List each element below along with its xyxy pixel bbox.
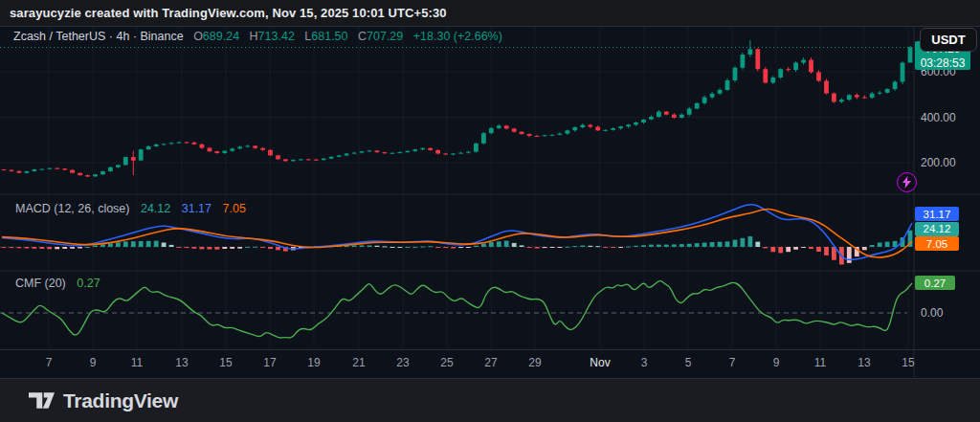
time-axis-label: 7	[715, 356, 749, 369]
macd-signal-tag: 7.05	[915, 236, 959, 251]
tradingview-logo-icon[interactable]	[29, 392, 55, 409]
macd-hist-value: 24.12	[141, 202, 170, 215]
time-axis-label: 23	[386, 356, 420, 369]
time-axis-label: 11	[120, 356, 154, 369]
macd-line-value: 31.17	[182, 202, 212, 215]
macd-legend[interactable]: MACD (12, 26, close) 24.12 31.17 7.05	[15, 202, 246, 215]
open-label: O	[193, 30, 203, 43]
open-value: 689.24	[203, 30, 239, 43]
cmf-legend[interactable]: CMF (20) 0.27	[15, 277, 100, 290]
close-value: 707.29	[367, 30, 403, 43]
macd-signal-value: 7.05	[223, 202, 246, 215]
cmf-zero-label: 0.00	[921, 306, 943, 320]
time-axis-label: 27	[474, 356, 508, 369]
time-axis-label: 21	[342, 356, 376, 369]
currency-toggle-button[interactable]: USDT	[920, 28, 977, 52]
time-axis-label: 15	[209, 356, 243, 369]
price-axis-label: 400.00	[921, 111, 956, 124]
time-axis-label: 25	[430, 356, 464, 369]
macd-hist-tag: 24.12	[915, 222, 959, 236]
tradingview-snapshot: sarayucyzie created with TradingView.com…	[0, 0, 980, 422]
cmf-value: 0.27	[77, 277, 100, 290]
footer-bar: TradingView	[0, 378, 980, 422]
time-axis-label: 29	[518, 356, 552, 369]
time-axis-label: 13	[165, 356, 199, 369]
cmf-line	[2, 281, 912, 338]
symbol-legend[interactable]: Zcash / TetherUS · 4h · Binance O689.24 …	[13, 30, 502, 43]
time-axis-label: 11	[803, 356, 837, 369]
time-axis-label: 7	[32, 356, 66, 369]
change-value: +18.30 (+2.66%)	[413, 30, 502, 43]
time-axis-label: 9	[76, 356, 110, 369]
cmf-value-tag: 0.27	[915, 276, 955, 290]
time-axis-label: 17	[253, 356, 287, 369]
macd-line-tag: 31.17	[915, 207, 959, 221]
cmf-title[interactable]: CMF (20)	[15, 277, 66, 290]
price-axis-label: 200.00	[921, 156, 956, 169]
time-axis[interactable]: 7911131517192123252729Nov3579111315	[0, 349, 980, 378]
high-value: 713.42	[258, 30, 295, 43]
high-label: H	[250, 30, 258, 43]
time-axis-label: Nov	[583, 356, 617, 369]
time-axis-label: 3	[627, 356, 661, 369]
macd-title[interactable]: MACD (12, 26, close)	[15, 202, 129, 215]
time-axis-label: 9	[759, 356, 793, 369]
time-axis-label: 5	[671, 356, 705, 369]
close-label: C	[358, 30, 367, 43]
lightning-bolt-glyph	[902, 176, 912, 189]
bar-countdown: 03:28:53	[915, 56, 970, 70]
symbol-title[interactable]: Zcash / TetherUS · 4h · Binance	[13, 30, 184, 43]
lightning-icon[interactable]	[897, 172, 917, 192]
tradingview-logo-text[interactable]: TradingView	[63, 389, 178, 412]
time-axis-label: 13	[847, 356, 881, 369]
low-value: 681.50	[311, 30, 347, 43]
time-axis-label: 19	[297, 356, 331, 369]
time-axis-label: 15	[891, 356, 925, 369]
chart-area[interactable]: Zcash / TetherUS · 4h · Binance O689.24 …	[0, 0, 980, 422]
